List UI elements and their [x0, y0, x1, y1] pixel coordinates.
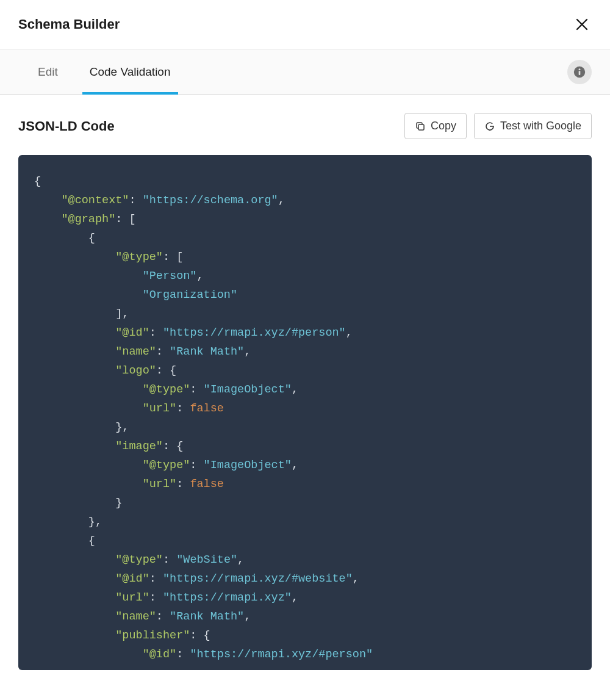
tab-code-validation[interactable]: Code Validation — [82, 49, 178, 94]
svg-point-3 — [579, 68, 581, 70]
test-google-label: Test with Google — [500, 120, 581, 132]
google-icon — [484, 121, 495, 132]
json-ld-code[interactable]: { "@context": "https://schema.org", "@gr… — [18, 155, 592, 670]
tab-edit[interactable]: Edit — [30, 49, 65, 94]
copy-button[interactable]: Copy — [404, 113, 467, 139]
content: JSON-LD Code Copy Test with Google { "@c… — [0, 95, 610, 670]
info-icon — [573, 66, 586, 78]
close-icon — [575, 17, 589, 32]
modal-header: Schema Builder — [0, 0, 610, 49]
content-header: JSON-LD Code Copy Test with Google — [18, 113, 592, 139]
close-button[interactable] — [572, 15, 592, 34]
action-buttons: Copy Test with Google — [404, 113, 592, 139]
tabs: Edit Code Validation — [0, 49, 610, 95]
copy-icon — [415, 121, 426, 132]
modal-title: Schema Builder — [18, 16, 120, 32]
svg-rect-5 — [418, 124, 424, 130]
info-button[interactable] — [567, 60, 592, 84]
svg-rect-4 — [579, 71, 581, 75]
test-google-button[interactable]: Test with Google — [474, 113, 592, 139]
section-title: JSON-LD Code — [18, 118, 115, 134]
copy-label: Copy — [431, 120, 456, 132]
